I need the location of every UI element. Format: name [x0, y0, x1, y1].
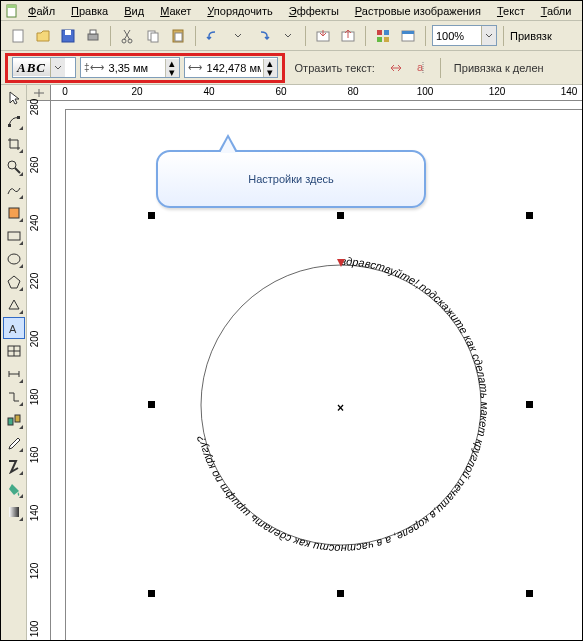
svg-rect-39	[9, 507, 19, 517]
hruler-tick: 20	[131, 86, 142, 97]
rectangle-tool[interactable]	[3, 225, 25, 247]
print-button[interactable]	[82, 25, 104, 47]
page[interactable]: Настройки здесь здравствуйте!,подскажите…	[65, 109, 582, 640]
copy-button[interactable]	[142, 25, 164, 47]
svg-rect-5	[88, 34, 98, 40]
menu-table[interactable]: Табли	[534, 3, 579, 19]
preset-dropdown-icon[interactable]	[50, 58, 65, 77]
selection-handle-nw[interactable]	[148, 212, 155, 219]
shape-tool[interactable]	[3, 110, 25, 132]
canvas[interactable]: 020406080100120140 280260240220200180160…	[27, 85, 582, 640]
cut-button[interactable]	[117, 25, 139, 47]
interactive-blend-tool[interactable]	[3, 409, 25, 431]
selection-handle-e[interactable]	[526, 401, 533, 408]
vertical-ruler[interactable]: 280260240220200180160140120100	[27, 101, 51, 640]
smart-fill-tool[interactable]	[3, 202, 25, 224]
hruler-tick: 120	[489, 86, 506, 97]
new-button[interactable]	[7, 25, 29, 47]
save-button[interactable]	[57, 25, 79, 47]
menu-text[interactable]: Текст	[490, 3, 532, 19]
property-bar: ABC ‡⟷ ▴▾ ⟷ ▴▾ Отразить текст: a Привязк…	[1, 51, 582, 85]
export-button[interactable]	[337, 25, 359, 47]
menubar: Файл Правка Вид Макет Упорядочить Эффект…	[1, 1, 582, 21]
text-path-preset-combo[interactable]: ABC	[12, 57, 76, 78]
undo-dropdown[interactable]	[227, 25, 249, 47]
ellipse-tool[interactable]	[3, 248, 25, 270]
hruler-tick: 100	[417, 86, 434, 97]
paste-button[interactable]	[167, 25, 189, 47]
path-offset-spinner[interactable]: ⟷ ▴▾	[184, 57, 278, 78]
separator	[503, 26, 504, 46]
polygon-tool[interactable]	[3, 271, 25, 293]
freehand-tool[interactable]	[3, 179, 25, 201]
separator	[440, 58, 441, 78]
selection-handle-se[interactable]	[526, 590, 533, 597]
selection-handle-sw[interactable]	[148, 590, 155, 597]
dimension-tool[interactable]	[3, 363, 25, 385]
open-button[interactable]	[32, 25, 54, 47]
mirror-horizontal-button[interactable]	[385, 57, 407, 79]
zoom-tool[interactable]	[3, 156, 25, 178]
char-offset-spinner[interactable]: ‡⟷ ▴▾	[80, 57, 180, 78]
svg-rect-4	[65, 30, 71, 35]
document-icon	[5, 4, 19, 18]
callout-text: Настройки здесь	[248, 173, 334, 185]
text-tool[interactable]: A	[3, 317, 25, 339]
menu-edit[interactable]: Правка	[64, 3, 115, 19]
selection-handle-n[interactable]	[337, 212, 344, 219]
svg-rect-20	[402, 31, 414, 34]
eyedropper-tool[interactable]	[3, 432, 25, 454]
redo-dropdown[interactable]	[277, 25, 299, 47]
spinner-arrows[interactable]: ▴▾	[263, 59, 277, 77]
import-button[interactable]	[312, 25, 334, 47]
table-tool[interactable]	[3, 340, 25, 362]
toolbox: A	[1, 85, 27, 640]
char-offset-input[interactable]	[107, 62, 165, 74]
vruler-tick: 100	[29, 621, 40, 638]
app-launcher-button[interactable]	[372, 25, 394, 47]
redo-button[interactable]	[252, 25, 274, 47]
menu-view[interactable]: Вид	[117, 3, 151, 19]
undo-button[interactable]	[202, 25, 224, 47]
hruler-tick: 40	[203, 86, 214, 97]
hruler-tick: 0	[62, 86, 68, 97]
vruler-tick: 180	[29, 389, 40, 406]
connector-tool[interactable]	[3, 386, 25, 408]
separator	[195, 26, 196, 46]
menu-arrange[interactable]: Упорядочить	[200, 3, 279, 19]
vruler-tick: 240	[29, 215, 40, 232]
pick-tool[interactable]	[3, 87, 25, 109]
separator	[110, 26, 111, 46]
vruler-tick: 160	[29, 447, 40, 464]
svg-rect-28	[8, 232, 20, 240]
spinner-arrows[interactable]: ▴▾	[165, 59, 179, 77]
path-offset-icon: ⟷	[185, 62, 205, 73]
svg-rect-10	[151, 33, 158, 42]
fill-tool[interactable]	[3, 478, 25, 500]
zoom-combo[interactable]	[432, 25, 497, 46]
horizontal-ruler[interactable]: 020406080100120140	[51, 85, 582, 101]
selection-handle-s[interactable]	[337, 590, 344, 597]
svg-rect-23	[8, 124, 11, 127]
menu-file[interactable]: Файл	[21, 3, 62, 19]
menu-bitmaps[interactable]: Растровые изображения	[348, 3, 488, 19]
menu-effects[interactable]: Эффекты	[282, 3, 346, 19]
vruler-tick: 140	[29, 505, 40, 522]
separator	[365, 26, 366, 46]
svg-point-25	[8, 161, 16, 169]
zoom-input[interactable]	[433, 30, 481, 42]
menu-layout[interactable]: Макет	[153, 3, 198, 19]
basic-shapes-tool[interactable]	[3, 294, 25, 316]
selection-handle-w[interactable]	[148, 401, 155, 408]
selection-handle-ne[interactable]	[526, 212, 533, 219]
path-offset-input[interactable]	[205, 62, 263, 74]
interactive-fill-tool[interactable]	[3, 501, 25, 523]
zoom-dropdown-icon[interactable]	[481, 26, 496, 45]
welcome-button[interactable]	[397, 25, 419, 47]
crop-tool[interactable]	[3, 133, 25, 155]
hruler-tick: 80	[347, 86, 358, 97]
svg-text:A: A	[9, 323, 17, 335]
outline-tool[interactable]	[3, 455, 25, 477]
mirror-vertical-button[interactable]: a	[411, 57, 433, 79]
vruler-tick: 220	[29, 273, 40, 290]
